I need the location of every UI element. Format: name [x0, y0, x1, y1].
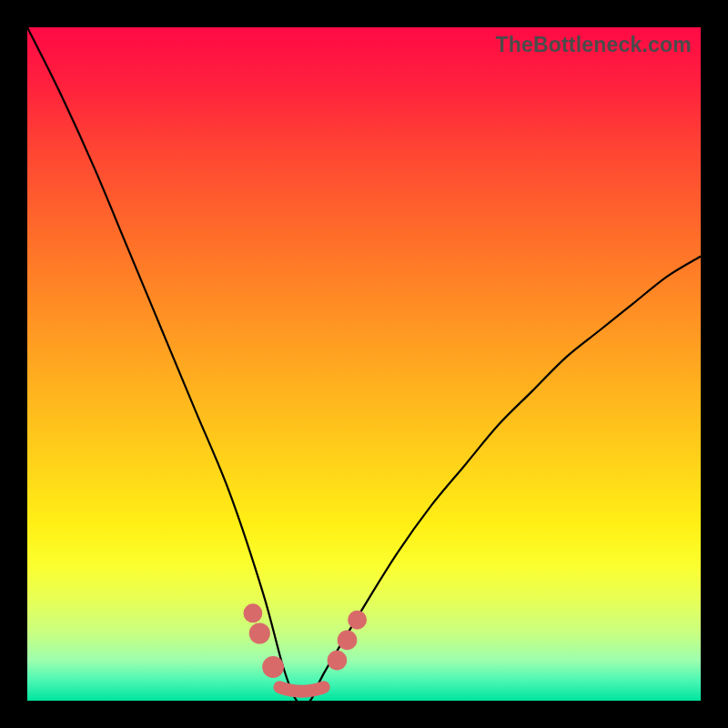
- curve-marker: [243, 603, 262, 622]
- chart-svg: [27, 27, 701, 701]
- curve-marker: [249, 622, 270, 643]
- valley-marker-stroke: [280, 687, 324, 691]
- curve-marker: [328, 651, 348, 671]
- chart-container: TheBottleneck.com: [0, 0, 728, 728]
- plot-area: TheBottleneck.com: [27, 27, 701, 701]
- curve-markers: [243, 603, 367, 678]
- curve-marker: [262, 656, 284, 678]
- bottleneck-curve: [27, 27, 701, 701]
- curve-marker: [348, 611, 367, 630]
- curve-marker: [338, 631, 358, 651]
